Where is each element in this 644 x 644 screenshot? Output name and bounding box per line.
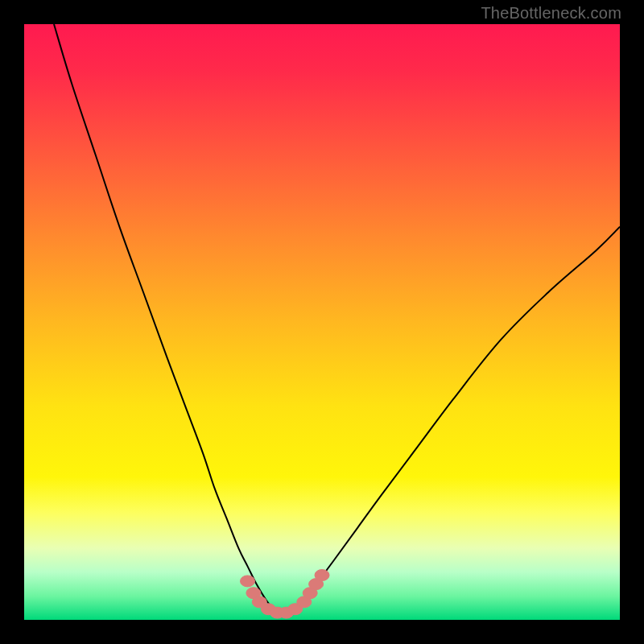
curve-left-branch bbox=[54, 24, 275, 611]
watermark: TheBottleneck.com bbox=[481, 5, 621, 21]
chart-svg bbox=[24, 24, 620, 620]
curve-right-branch bbox=[292, 227, 620, 611]
marker-point bbox=[315, 570, 329, 581]
plot-area bbox=[24, 24, 620, 620]
marker-point bbox=[241, 576, 255, 587]
chart-frame bbox=[0, 0, 644, 644]
